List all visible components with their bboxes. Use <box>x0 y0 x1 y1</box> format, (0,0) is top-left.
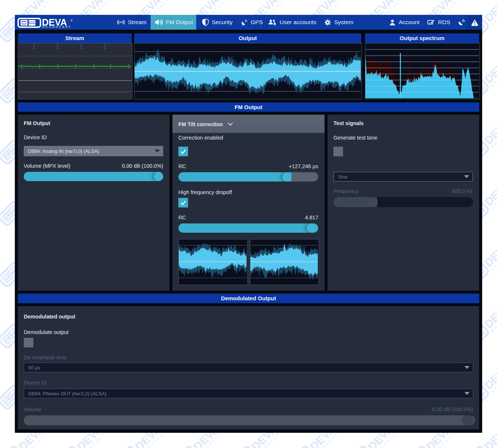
svg-text:®: ® <box>70 19 73 22</box>
svg-text:BROADCAST: BROADCAST <box>42 25 72 28</box>
